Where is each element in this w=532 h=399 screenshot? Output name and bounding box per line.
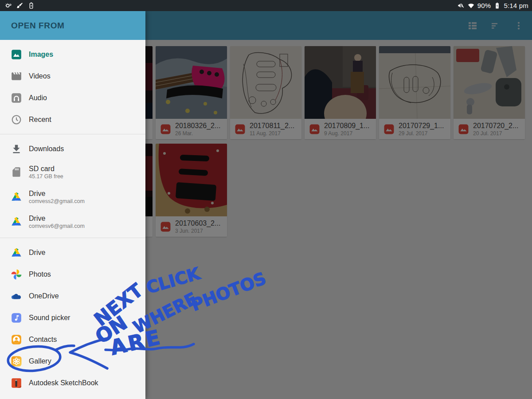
drawer-item-label: Photos xyxy=(29,270,51,278)
battery-percent-label: 90% xyxy=(477,2,491,9)
drawer-item-gallery[interactable]: Gallery xyxy=(0,350,145,372)
android-screen: 90% 5:14 pm xyxy=(0,0,532,399)
drawer-item-label: Images xyxy=(29,51,53,59)
onedrive-icon xyxy=(11,290,22,302)
drawer-title: OPEN FROM xyxy=(11,21,64,31)
drawer-item-sd-card[interactable]: SD card 45.17 GB free xyxy=(0,160,145,184)
recent-icon xyxy=(11,114,22,125)
drawer-item-label: Sound picker xyxy=(29,314,70,322)
status-bar-left xyxy=(0,2,35,9)
drive-icon xyxy=(11,191,22,203)
drawer-item-label: Videos xyxy=(29,72,51,80)
downloads-icon xyxy=(11,143,22,155)
open-from-drawer: OPEN FROM Images Videos xyxy=(0,11,145,399)
sound-picker-icon xyxy=(11,312,22,324)
videos-icon xyxy=(11,70,22,82)
brush-icon xyxy=(16,2,23,9)
sd-card-icon xyxy=(11,166,22,178)
gallery-icon xyxy=(11,356,22,367)
drawer-item-label: Audio xyxy=(29,94,47,102)
drive-icon xyxy=(11,247,22,258)
drawer-item-sublabel: 45.17 GB free xyxy=(29,173,63,180)
drawer-header: OPEN FROM xyxy=(0,11,145,40)
drawer-item-drive[interactable]: Drive comvesv6@gmail.com xyxy=(0,209,145,234)
drawer-section-apps: Drive Photos OneDrive xyxy=(0,238,145,399)
drawer-item-images[interactable]: Images xyxy=(0,43,145,65)
contacts-icon xyxy=(11,334,22,345)
drawer-item-photos[interactable]: Photos xyxy=(0,263,145,285)
battery-charging-icon xyxy=(493,2,501,9)
drawer-item-label: Drive xyxy=(29,249,45,257)
images-icon xyxy=(11,49,22,60)
drawer-item-label: Contacts xyxy=(29,336,57,344)
audio-icon xyxy=(11,92,22,104)
clock-label: 5:14 pm xyxy=(504,2,528,9)
drawer-item-label: Gallery xyxy=(29,357,51,365)
drawer-item[interactable] xyxy=(0,394,145,399)
drawer-item-downloads[interactable]: Downloads xyxy=(0,138,145,160)
drawer-item-label: Autodesk SketchBook xyxy=(29,379,98,387)
drawer-item-drive[interactable]: Drive comvess2@gmail.com xyxy=(0,184,145,209)
drawer-item-onedrive[interactable]: OneDrive xyxy=(0,285,145,307)
drive-icon xyxy=(11,216,22,227)
drawer-item-label: OneDrive xyxy=(29,292,59,300)
drawer-item-label: Downloads xyxy=(29,145,64,153)
photos-icon xyxy=(11,269,22,280)
drawer-item-contacts[interactable]: Contacts xyxy=(0,329,145,350)
drawer-item-videos[interactable]: Videos xyxy=(0,65,145,87)
drawer-section-storage: Downloads SD card 45.17 GB free Dri xyxy=(0,134,145,238)
status-bar: 90% 5:14 pm xyxy=(0,0,532,11)
drawer-item-label: Recent xyxy=(29,116,51,124)
drawer-item-label: Drive xyxy=(29,215,85,223)
smart-view-icon xyxy=(4,2,12,9)
drawer-item-label: Drive xyxy=(29,190,85,198)
wifi-icon xyxy=(467,2,475,9)
sketchbook-icon xyxy=(11,377,22,389)
drawer-item-sublabel: comvess2@gmail.com xyxy=(29,198,85,204)
drawer-item-sound-picker[interactable]: Sound picker xyxy=(0,307,145,329)
drawer-item-recent[interactable]: Recent xyxy=(0,109,145,130)
drawer-item-audio[interactable]: Audio xyxy=(0,87,145,109)
drawer-section-media: Images Videos Audio xyxy=(0,40,145,134)
battery-saver-icon xyxy=(27,2,35,9)
status-bar-right: 90% 5:14 pm xyxy=(457,2,532,9)
drawer-item-label: SD card xyxy=(29,165,63,173)
mute-icon xyxy=(457,2,465,9)
drawer-item-sublabel: comvesv6@gmail.com xyxy=(29,223,85,229)
drawer-item-autodesk-sketchbook[interactable]: Autodesk SketchBook xyxy=(0,372,145,394)
drawer-item-drive[interactable]: Drive xyxy=(0,242,145,263)
